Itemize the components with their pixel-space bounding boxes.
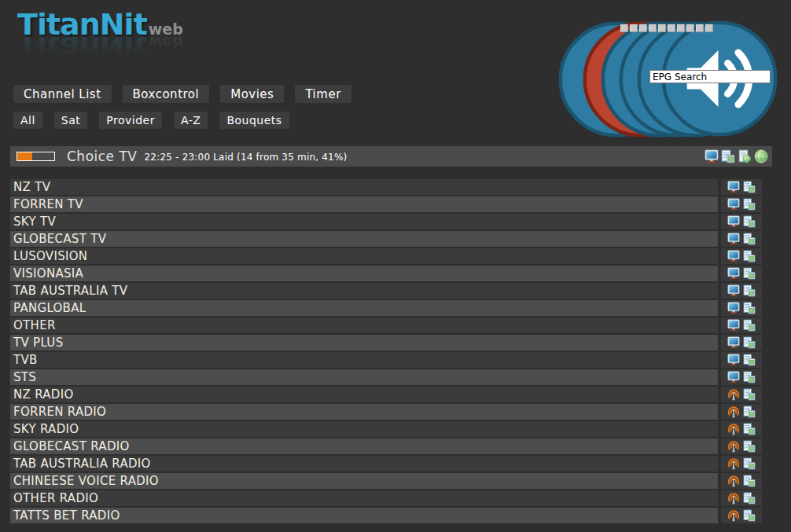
channel-name[interactable]: LUSOVISION — [10, 248, 718, 264]
epg-list-icon[interactable] — [743, 215, 756, 228]
channel-name[interactable]: VISIONASIA — [10, 266, 718, 281]
channel-name[interactable]: OTHER — [10, 317, 718, 333]
nav-boxcontrol[interactable]: Boxcontrol — [123, 85, 210, 103]
channel-name[interactable]: TV PLUS — [10, 335, 718, 350]
channel-name[interactable]: STS — [10, 369, 718, 385]
epg-list-icon[interactable] — [743, 388, 756, 401]
filter-a-z[interactable]: A-Z — [174, 112, 208, 129]
nav-movies[interactable]: Movies — [220, 85, 284, 103]
on-air-antenna-icon[interactable] — [755, 19, 773, 37]
stop-icon[interactable] — [559, 20, 574, 35]
zap-tv-icon[interactable] — [727, 215, 740, 228]
channel-row: GLOBECAST TV — [10, 231, 762, 247]
channel-name[interactable]: FORREN TV — [10, 196, 718, 212]
epg-list-icon[interactable] — [743, 302, 756, 314]
filter-all[interactable]: All — [13, 112, 42, 129]
zap-tv-icon[interactable] — [727, 336, 740, 349]
volume-segment[interactable] — [639, 24, 647, 32]
epg-list-icon[interactable] — [743, 371, 756, 383]
zap-tv-icon[interactable] — [727, 302, 740, 314]
channel-name[interactable]: TAB AUSTRALIA RADIO — [10, 456, 718, 471]
channel-name[interactable]: SKY TV — [10, 214, 718, 229]
volume-segment[interactable] — [677, 24, 685, 32]
channel-name[interactable]: SKY RADIO — [10, 421, 718, 437]
zap-radio-icon[interactable] — [727, 423, 740, 435]
speaker-icon[interactable] — [602, 20, 618, 36]
channel-name[interactable]: CHINEESE VOICE RADIO — [10, 473, 718, 489]
zap-radio-icon[interactable] — [727, 405, 740, 418]
zap-tv-icon[interactable] — [727, 181, 740, 193]
reload-icon[interactable] — [541, 20, 556, 35]
volume-segment[interactable] — [620, 24, 628, 32]
stream-file-icon[interactable] — [738, 149, 752, 163]
volume-bar[interactable] — [620, 24, 715, 32]
zap-tv-icon[interactable] — [727, 354, 740, 366]
zap-radio-icon[interactable] — [727, 475, 740, 487]
globe-icon[interactable] — [754, 149, 768, 163]
epg-list-icon[interactable] — [743, 319, 756, 332]
channel-name[interactable]: TVB — [10, 352, 718, 368]
epg-list-icon[interactable] — [743, 423, 756, 435]
epg-list-icon[interactable] — [721, 149, 735, 163]
epg-list-icon[interactable] — [743, 440, 756, 453]
volume-segment[interactable] — [630, 24, 638, 32]
zap-tv-icon[interactable] — [727, 267, 740, 280]
zap-radio-icon[interactable] — [727, 492, 740, 504]
nav-channel-list[interactable]: Channel List — [13, 85, 112, 103]
volume-segment[interactable] — [668, 24, 675, 32]
channel-actions — [721, 266, 762, 281]
epg-search-input[interactable] — [649, 70, 771, 83]
zap-radio-icon[interactable] — [727, 509, 740, 522]
channel-name[interactable]: NZ TV — [10, 179, 718, 195]
record-ball-icon[interactable] — [736, 20, 752, 36]
volume-segment[interactable] — [705, 24, 713, 32]
filter-sat[interactable]: Sat — [54, 112, 87, 129]
zap-tv-icon[interactable] — [727, 198, 740, 211]
now-playing-bar: Choice TV 22:25 - 23:00 Laid (14 from 35… — [10, 146, 772, 167]
filter-nav: AllSatProviderA-ZBouquets — [13, 112, 289, 129]
zap-tv-icon[interactable] — [727, 250, 740, 262]
volume-segment[interactable] — [658, 24, 666, 32]
epg-list-icon[interactable] — [743, 354, 756, 366]
zap-tv-icon[interactable] — [727, 319, 740, 332]
pause-icon[interactable] — [577, 20, 592, 35]
volume-segment[interactable] — [686, 24, 694, 32]
epg-list-icon[interactable] — [743, 284, 756, 297]
epg-list-icon[interactable] — [743, 475, 756, 487]
zap-radio-icon[interactable] — [727, 457, 740, 470]
filter-bouquets[interactable]: Bouquets — [219, 112, 289, 129]
channel-name[interactable]: TAB AUSTRALIA TV — [10, 283, 718, 299]
filter-provider[interactable]: Provider — [99, 112, 162, 129]
volume-segment[interactable] — [649, 24, 657, 32]
remote-keypad-icon[interactable] — [499, 20, 513, 35]
channel-name[interactable]: OTHER RADIO — [10, 490, 718, 506]
channel-name[interactable]: GLOBECAST RADIO — [10, 438, 718, 454]
zap-tv-icon[interactable] — [727, 233, 740, 245]
tv-icon[interactable] — [705, 149, 719, 163]
epg-list-icon[interactable] — [743, 405, 756, 418]
channel-name[interactable]: GLOBECAST TV — [10, 231, 718, 247]
channel-name[interactable]: PANGLOBAL — [10, 300, 718, 316]
channel-name[interactable]: NZ RADIO — [10, 387, 718, 402]
progress-bar — [17, 152, 55, 161]
nav-timer[interactable]: Timer — [295, 85, 351, 103]
channel-row: CHINEESE VOICE RADIO — [10, 473, 762, 489]
epg-list-icon[interactable] — [743, 509, 756, 522]
epg-list-icon[interactable] — [743, 492, 756, 504]
power-icon[interactable] — [523, 20, 538, 35]
zap-radio-icon[interactable] — [727, 388, 740, 401]
epg-list-icon[interactable] — [743, 181, 756, 193]
epg-list-icon[interactable] — [743, 267, 756, 280]
epg-list-icon[interactable] — [743, 198, 756, 211]
channel-name[interactable]: TATTS BET RADIO — [10, 508, 718, 523]
epg-list-icon[interactable] — [743, 457, 756, 470]
epg-list-icon[interactable] — [743, 336, 756, 349]
zap-tv-icon[interactable] — [727, 284, 740, 297]
channel-name[interactable]: FORREN RADIO — [10, 404, 718, 420]
epg-list-icon[interactable] — [743, 233, 756, 245]
volume-segment[interactable] — [696, 24, 704, 32]
zap-radio-icon[interactable] — [727, 440, 740, 453]
zap-tv-icon[interactable] — [727, 371, 740, 383]
channel-actions — [721, 421, 762, 437]
epg-list-icon[interactable] — [743, 250, 756, 262]
